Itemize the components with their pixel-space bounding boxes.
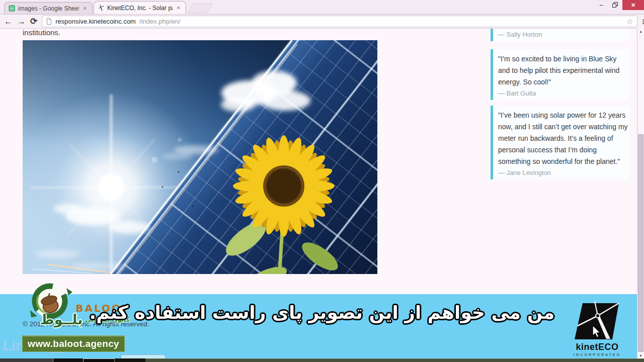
baloot-agency-url-badge: www.baloot.agency	[22, 335, 125, 352]
tab-strip: images - Google Sheets ✕ KinetECO, Inc. …	[0, 0, 644, 14]
video-subtitle-farsi: من می خواهم از این تصویر پای راست استفاد…	[0, 302, 644, 323]
reload-icon[interactable]: ⟳	[30, 17, 37, 26]
close-button[interactable]: ✕	[622, 0, 644, 10]
restore-button[interactable]	[608, 0, 622, 10]
testimonial-author: — Jane Levington	[498, 169, 629, 176]
minimize-button[interactable]: –	[594, 0, 608, 10]
testimonial-sally-horton: — Sally Horton	[491, 28, 629, 41]
menu-icon[interactable]: ≡	[642, 17, 644, 27]
baloot-agency-url: www.baloot.agency	[28, 338, 119, 349]
url-path: /index.php/en/	[139, 18, 181, 25]
scroll-down-icon[interactable]: ▼	[637, 354, 644, 357]
url-host: responsive.kinetecoinc.com	[55, 18, 136, 25]
hero-image-solar-panel-sunflower	[23, 40, 377, 274]
window-controls: – ✕	[594, 0, 644, 10]
testimonial-quote: "I’ve been using solar power for 12 year…	[498, 110, 630, 167]
forward-icon[interactable]: →	[17, 17, 26, 26]
testimonial-bart-guita: "I’m so excited to be living in Blue Sky…	[491, 49, 629, 100]
tab-google-sheets[interactable]: images - Google Sheets ✕	[4, 2, 93, 14]
scrollbar-thumb[interactable]	[638, 134, 643, 352]
browser-window: images - Google Sheets ✕ KinetECO, Inc. …	[0, 0, 644, 362]
video-progress-bar[interactable]	[0, 358, 644, 362]
paragraph-tail: institutions.	[23, 28, 60, 37]
tab-kineteco[interactable]: KinetECO, Inc. - Solar pan ✕	[94, 1, 186, 14]
page-scrollbar[interactable]: ▲ ▼	[637, 28, 644, 358]
kineteco-logo-text: kinetECO	[559, 342, 635, 352]
tab-title: images - Google Sheets	[18, 5, 79, 12]
bookmark-star-icon[interactable]: ☆	[626, 17, 633, 26]
page-icon	[46, 18, 52, 25]
back-icon[interactable]: ←	[4, 17, 13, 26]
new-tab-button[interactable]	[188, 4, 213, 13]
tab-close-icon[interactable]: ✕	[176, 5, 182, 11]
kineteco-logo-subtext: INCORPORATED	[559, 353, 635, 356]
testimonial-author: — Sally Horton	[498, 31, 629, 38]
tab-close-icon[interactable]: ✕	[82, 6, 88, 11]
scroll-up-icon[interactable]: ▲	[637, 30, 644, 33]
testimonial-quote: "I’m so excited to be living in Blue Sky…	[498, 53, 630, 88]
google-sheets-icon	[9, 5, 15, 12]
testimonial-jane-levington: "I’ve been using solar power for 12 year…	[491, 106, 629, 179]
mouse-cursor	[592, 325, 602, 339]
tab-title: KinetECO, Inc. - Solar pan	[107, 5, 173, 12]
wind-turbine-favicon	[98, 5, 104, 11]
restore-icon	[612, 2, 618, 8]
browser-toolbar: ← → ⟳ responsive.kinetecoinc.com/index.p…	[0, 14, 644, 29]
address-bar[interactable]: responsive.kinetecoinc.com/index.php/en/…	[42, 16, 637, 27]
testimonial-author: — Bart Guita	[498, 89, 629, 97]
